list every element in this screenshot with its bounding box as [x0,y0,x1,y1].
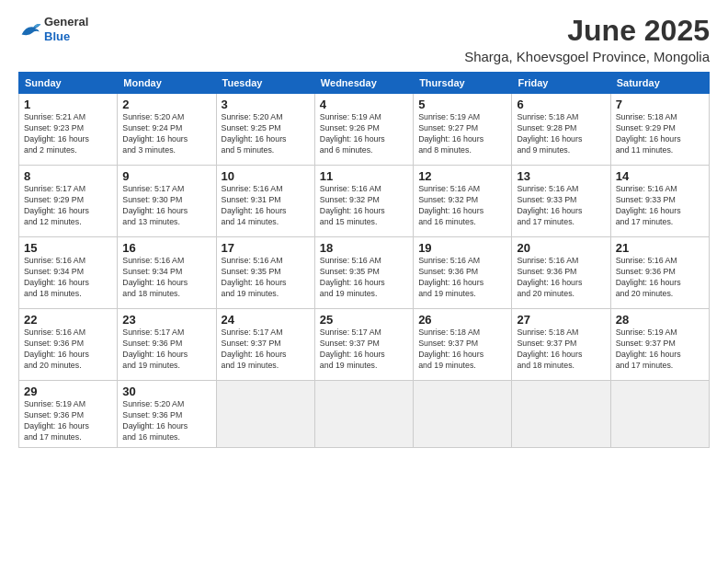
day-number: 14 [616,169,704,183]
table-row [414,381,512,448]
day-info: Sunrise: 5:18 AM Sunset: 9:29 PM Dayligh… [616,112,704,156]
day-number: 4 [320,98,408,111]
day-info: Sunrise: 5:19 AM Sunset: 9:26 PM Dayligh… [320,112,408,156]
day-info: Sunrise: 5:17 AM Sunset: 9:37 PM Dayligh… [320,327,408,372]
day-info: Sunrise: 5:19 AM Sunset: 9:27 PM Dayligh… [418,112,506,156]
day-number: 28 [616,313,704,327]
table-row: 10Sunrise: 5:16 AM Sunset: 9:31 PM Dayli… [216,166,314,237]
table-row: 14Sunrise: 5:16 AM Sunset: 9:33 PM Dayli… [610,166,709,237]
calendar-header-row: Sunday Monday Tuesday Wednesday Thursday… [19,73,710,94]
day-info: Sunrise: 5:17 AM Sunset: 9:29 PM Dayligh… [24,184,112,228]
col-tuesday: Tuesday [216,73,314,94]
day-info: Sunrise: 5:21 AM Sunset: 9:23 PM Dayligh… [24,112,112,156]
table-row: 11Sunrise: 5:16 AM Sunset: 9:32 PM Dayli… [314,166,413,237]
day-number: 18 [320,241,408,255]
table-row: 23Sunrise: 5:17 AM Sunset: 9:36 PM Dayli… [118,309,216,381]
day-info: Sunrise: 5:17 AM Sunset: 9:30 PM Dayligh… [122,184,210,228]
day-number: 29 [24,385,112,398]
table-row: 18Sunrise: 5:16 AM Sunset: 9:35 PM Dayli… [314,237,413,309]
day-info: Sunrise: 5:18 AM Sunset: 9:37 PM Dayligh… [517,327,605,372]
day-number: 6 [517,98,605,111]
logo: General Blue [18,15,88,43]
day-info: Sunrise: 5:18 AM Sunset: 9:28 PM Dayligh… [517,112,605,156]
table-row: 1Sunrise: 5:21 AM Sunset: 9:23 PM Daylig… [19,94,118,166]
day-info: Sunrise: 5:16 AM Sunset: 9:36 PM Dayligh… [517,256,605,300]
day-info: Sunrise: 5:16 AM Sunset: 9:35 PM Dayligh… [222,256,310,300]
table-row: 24Sunrise: 5:17 AM Sunset: 9:37 PM Dayli… [216,309,314,381]
location-title: Sharga, Khoevsgoel Province, Mongolia [464,49,710,64]
day-number: 10 [222,169,310,183]
col-sunday: Sunday [19,73,118,94]
col-saturday: Saturday [610,73,709,94]
col-wednesday: Wednesday [314,73,413,94]
day-info: Sunrise: 5:16 AM Sunset: 9:34 PM Dayligh… [24,256,112,300]
day-number: 1 [24,98,112,111]
day-info: Sunrise: 5:16 AM Sunset: 9:36 PM Dayligh… [616,256,704,300]
day-info: Sunrise: 5:16 AM Sunset: 9:36 PM Dayligh… [418,256,506,300]
day-info: Sunrise: 5:16 AM Sunset: 9:32 PM Dayligh… [418,184,506,228]
calendar-table: Sunday Monday Tuesday Wednesday Thursday… [18,72,710,448]
table-row: 15Sunrise: 5:16 AM Sunset: 9:34 PM Dayli… [19,237,118,309]
table-row: 25Sunrise: 5:17 AM Sunset: 9:37 PM Dayli… [314,309,413,381]
page: General Blue June 2025 Sharga, Khoevsgoe… [0,0,728,457]
table-row: 9Sunrise: 5:17 AM Sunset: 9:30 PM Daylig… [118,166,216,237]
day-info: Sunrise: 5:20 AM Sunset: 9:25 PM Dayligh… [222,112,310,156]
day-info: Sunrise: 5:16 AM Sunset: 9:33 PM Dayligh… [616,184,704,228]
table-row: 26Sunrise: 5:18 AM Sunset: 9:37 PM Dayli… [414,309,512,381]
day-number: 21 [616,241,704,255]
day-number: 19 [418,241,506,255]
table-row: 20Sunrise: 5:16 AM Sunset: 9:36 PM Dayli… [512,237,610,309]
day-number: 27 [517,313,605,327]
day-number: 25 [320,313,408,327]
table-row [216,381,314,448]
logo-general-text: General Blue [44,15,88,43]
col-friday: Friday [512,73,610,94]
day-number: 9 [122,169,210,183]
table-row: 4Sunrise: 5:19 AM Sunset: 9:26 PM Daylig… [314,94,413,166]
header: General Blue June 2025 Sharga, Khoevsgoe… [18,15,710,64]
logo-icon [20,19,42,40]
day-number: 26 [418,313,506,327]
table-row: 28Sunrise: 5:19 AM Sunset: 9:37 PM Dayli… [610,309,709,381]
table-row: 27Sunrise: 5:18 AM Sunset: 9:37 PM Dayli… [512,309,610,381]
day-number: 2 [122,98,210,111]
day-info: Sunrise: 5:17 AM Sunset: 9:36 PM Dayligh… [122,327,210,372]
day-info: Sunrise: 5:16 AM Sunset: 9:31 PM Dayligh… [222,184,310,228]
table-row: 6Sunrise: 5:18 AM Sunset: 9:28 PM Daylig… [512,94,610,166]
day-info: Sunrise: 5:16 AM Sunset: 9:34 PM Dayligh… [122,256,210,300]
day-info: Sunrise: 5:19 AM Sunset: 9:36 PM Dayligh… [24,399,112,443]
day-info: Sunrise: 5:20 AM Sunset: 9:24 PM Dayligh… [122,112,210,156]
day-number: 16 [122,241,210,255]
day-info: Sunrise: 5:16 AM Sunset: 9:32 PM Dayligh… [320,184,408,228]
day-info: Sunrise: 5:17 AM Sunset: 9:37 PM Dayligh… [222,327,310,372]
table-row: 3Sunrise: 5:20 AM Sunset: 9:25 PM Daylig… [216,94,314,166]
table-row [512,381,610,448]
month-title: June 2025 [464,15,710,47]
table-row: 29Sunrise: 5:19 AM Sunset: 9:36 PM Dayli… [19,381,118,448]
logo-text-block: General Blue [44,15,88,43]
day-number: 17 [222,241,310,255]
table-row: 12Sunrise: 5:16 AM Sunset: 9:32 PM Dayli… [414,166,512,237]
day-info: Sunrise: 5:16 AM Sunset: 9:33 PM Dayligh… [517,184,605,228]
day-info: Sunrise: 5:20 AM Sunset: 9:36 PM Dayligh… [122,399,210,443]
col-monday: Monday [118,73,216,94]
day-info: Sunrise: 5:16 AM Sunset: 9:36 PM Dayligh… [24,327,112,372]
day-number: 15 [24,241,112,255]
day-number: 23 [122,313,210,327]
table-row: 22Sunrise: 5:16 AM Sunset: 9:36 PM Dayli… [19,309,118,381]
day-number: 30 [122,385,210,398]
table-row [314,381,413,448]
day-info: Sunrise: 5:18 AM Sunset: 9:37 PM Dayligh… [418,327,506,372]
day-number: 5 [418,98,506,111]
table-row: 2Sunrise: 5:20 AM Sunset: 9:24 PM Daylig… [118,94,216,166]
table-row: 19Sunrise: 5:16 AM Sunset: 9:36 PM Dayli… [414,237,512,309]
table-row: 17Sunrise: 5:16 AM Sunset: 9:35 PM Dayli… [216,237,314,309]
table-row: 5Sunrise: 5:19 AM Sunset: 9:27 PM Daylig… [414,94,512,166]
table-row: 16Sunrise: 5:16 AM Sunset: 9:34 PM Dayli… [118,237,216,309]
table-row: 7Sunrise: 5:18 AM Sunset: 9:29 PM Daylig… [610,94,709,166]
day-info: Sunrise: 5:16 AM Sunset: 9:35 PM Dayligh… [320,256,408,300]
day-number: 24 [222,313,310,327]
day-info: Sunrise: 5:19 AM Sunset: 9:37 PM Dayligh… [616,327,704,372]
day-number: 20 [517,241,605,255]
day-number: 7 [616,98,704,111]
